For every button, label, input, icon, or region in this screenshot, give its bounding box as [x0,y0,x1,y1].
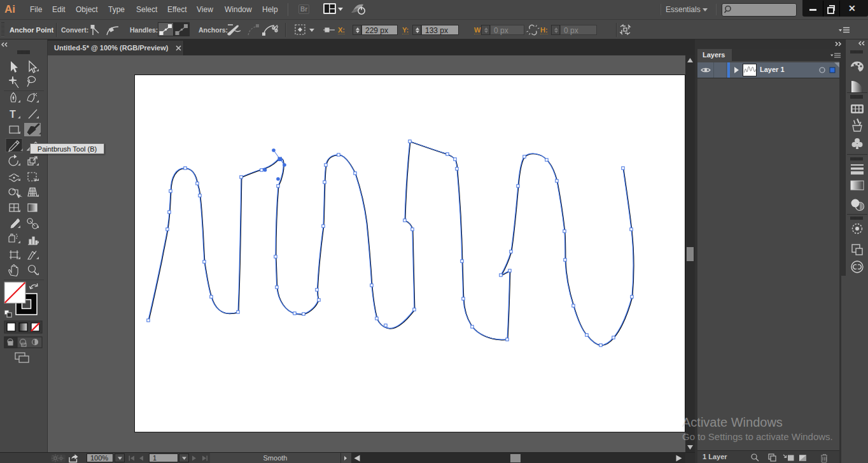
svg-text:T: T [10,109,16,120]
